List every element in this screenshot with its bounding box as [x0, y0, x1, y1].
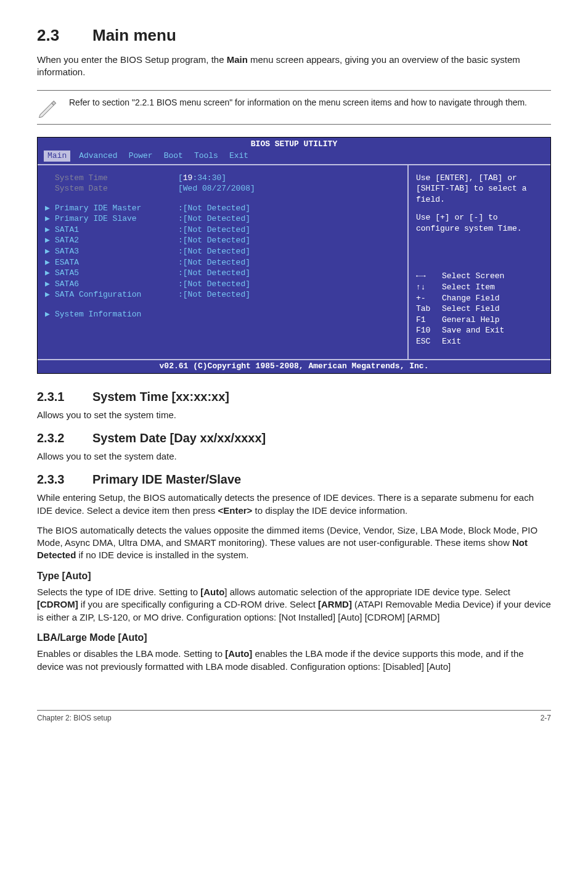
triangle-right-icon: ▶	[45, 257, 55, 268]
triangle-right-icon: ▶	[45, 309, 55, 320]
bios-system-date-label[interactable]: System Date	[55, 183, 178, 194]
section-number: 2.3	[37, 25, 92, 46]
option-heading: LBA/Large Mode [Auto]	[37, 631, 551, 645]
bios-tab-main[interactable]: Main	[44, 151, 70, 162]
note-text: Refer to section "2.2.1 BIOS menu screen…	[69, 97, 551, 109]
bios-tab-exit[interactable]: Exit	[229, 151, 259, 162]
bios-system-date-value[interactable]: [Wed 08/27/2008]	[178, 183, 255, 194]
bios-item[interactable]: SATA Configuration	[55, 289, 178, 300]
bios-item[interactable]: Primary IDE Master	[55, 203, 178, 214]
body-text: Enables or disables the LBA mode. Settin…	[37, 648, 551, 673]
footer-chapter: Chapter 2: BIOS setup	[37, 713, 112, 723]
bios-system-time-value[interactable]: [19:34:30]	[178, 173, 226, 184]
subsection-heading: 2.3.3Primary IDE Master/Slave	[37, 471, 551, 488]
bios-help-text-2: Use [+] or [-] to configure system Time.	[416, 212, 544, 234]
bios-menubar: Main Advanced Power Boot Tools Exit	[38, 151, 550, 164]
bios-screenshot: BIOS SETUP UTILITY Main Advanced Power B…	[37, 137, 551, 374]
pencil-icon	[37, 97, 58, 118]
bios-title: BIOS SETUP UTILITY	[38, 138, 550, 151]
triangle-right-icon: ▶	[45, 279, 55, 290]
bios-tab-tools[interactable]: Tools	[194, 151, 229, 162]
body-text: Allows you to set the system time.	[37, 409, 551, 421]
body-text: Allows you to set the system date.	[37, 450, 551, 463]
intro-paragraph: When you enter the BIOS Setup program, t…	[37, 54, 551, 79]
bios-item[interactable]: SATA2	[55, 235, 178, 246]
bios-tab-power[interactable]: Power	[129, 151, 164, 162]
body-text: While entering Setup, the BIOS automatic…	[37, 492, 551, 517]
bios-item[interactable]: ESATA	[55, 257, 178, 268]
bios-tab-boot[interactable]: Boot	[164, 151, 194, 162]
triangle-right-icon: ▶	[45, 203, 55, 214]
bios-copyright: v02.61 (C)Copyright 1985-2008, American …	[38, 359, 550, 373]
bios-item[interactable]: System Information	[55, 309, 178, 320]
triangle-right-icon: ▶	[45, 213, 55, 225]
subsection-heading: 2.3.1System Time [xx:xx:xx]	[37, 389, 551, 405]
bios-help-text-1: Use [ENTER], [TAB] or [SHIFT-TAB] to sel…	[416, 173, 544, 205]
key-arrows-ud-icon: ↑↓	[416, 282, 442, 293]
subsection-heading: 2.3.2System Date [Day xx/xx/xxxx]	[37, 430, 551, 447]
triangle-right-icon: ▶	[45, 235, 55, 246]
intro-bold: Main	[227, 54, 248, 65]
bios-item[interactable]: SATA3	[55, 246, 178, 257]
section-title: Main menu	[92, 26, 176, 44]
bios-left-pane: System Time [19:34:30] System Date [Wed …	[38, 165, 409, 360]
note-block: Refer to section "2.2.1 BIOS menu screen…	[37, 90, 551, 125]
triangle-right-icon: ▶	[45, 225, 55, 236]
bios-tab-advanced[interactable]: Advanced	[79, 151, 128, 162]
bios-key-legend: ←→Select Screen ↑↓Select Item +-Change F…	[416, 271, 544, 347]
section-heading: 2.3Main menu	[37, 25, 551, 46]
bios-item[interactable]: SATA6	[55, 279, 178, 290]
triangle-right-icon: ▶	[45, 289, 55, 300]
footer-page-number: 2-7	[541, 713, 551, 723]
option-heading: Type [Auto]	[37, 569, 551, 583]
key-arrows-lr-icon: ←→	[416, 271, 442, 282]
triangle-right-icon: ▶	[45, 268, 55, 279]
body-text: Selects the type of IDE drive. Setting t…	[37, 586, 551, 624]
bios-item[interactable]: SATA5	[55, 268, 178, 279]
bios-system-time-label[interactable]: System Time	[55, 173, 178, 184]
bios-item[interactable]: SATA1	[55, 225, 178, 236]
body-text: The BIOS automatically detects the value…	[37, 524, 551, 562]
bios-help-pane: Use [ENTER], [TAB] or [SHIFT-TAB] to sel…	[409, 165, 550, 360]
bios-item[interactable]: Primary IDE Slave	[55, 213, 178, 225]
page-footer: Chapter 2: BIOS setup 2-7	[37, 710, 551, 723]
triangle-right-icon: ▶	[45, 246, 55, 257]
